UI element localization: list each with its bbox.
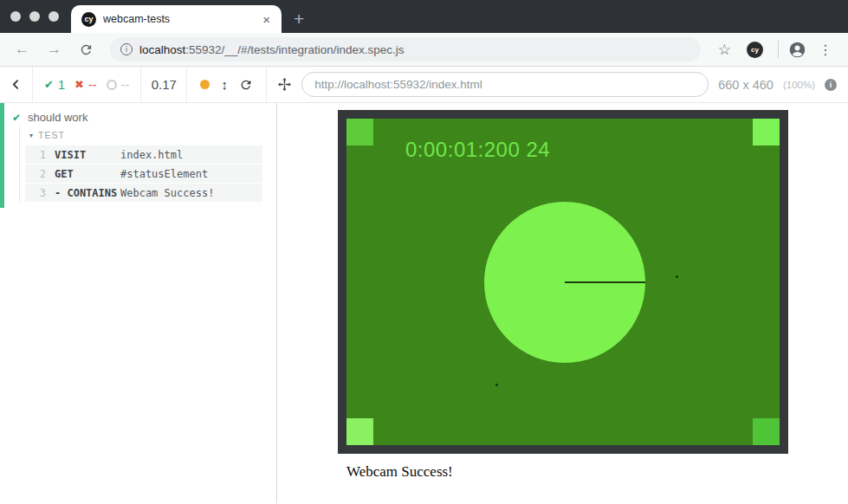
app-url-section: 660 x 460 (100%) i <box>267 67 848 102</box>
window-minimize-dot[interactable] <box>29 11 40 22</box>
pending-circle-icon <box>107 80 117 90</box>
webcam-video-frame: 0:00:01:200 24 <box>338 110 788 454</box>
test-passed-check-icon: ✔ <box>12 112 21 124</box>
viewport-info-icon[interactable]: i <box>825 79 837 91</box>
page-url[interactable]: localhost:55932/__/#/tests/integration/i… <box>139 43 404 56</box>
runner-controls: ↕ <box>187 67 267 102</box>
corner-marker-top-right <box>753 119 780 145</box>
command-number: 3 <box>25 187 46 199</box>
window-close-dot[interactable] <box>10 11 21 22</box>
profile-avatar-icon[interactable] <box>788 41 806 59</box>
noise-speck <box>676 275 678 278</box>
test-title-row[interactable]: ✔ should work <box>4 107 276 126</box>
app-stage: 0:00:01:200 24 Webcam Success! <box>277 103 848 503</box>
pending-count: -- <box>121 78 130 92</box>
window-controls[interactable] <box>0 0 71 33</box>
corner-marker-top-left <box>346 119 373 145</box>
window-zoom-dot[interactable] <box>49 11 59 22</box>
failed-stat[interactable]: ✖ -- <box>74 78 97 92</box>
webcam-feed: 0:00:01:200 24 <box>346 119 780 445</box>
command-number: 2 <box>25 168 46 180</box>
command-number: 1 <box>25 149 46 161</box>
test-section-header[interactable]: ▾ TEST <box>20 126 276 145</box>
bookmark-star-icon[interactable]: ☆ <box>713 41 736 59</box>
clock-hand-line <box>565 281 645 283</box>
toolbar-divider <box>778 41 779 58</box>
rerun-tests-icon[interactable] <box>239 78 253 92</box>
command-log-sidebar: ✔ should work ▾ TEST 1 VISIT index.html … <box>0 103 277 503</box>
test-title: should work <box>28 111 87 124</box>
browser-tab-bar: cy webcam-tests × + <box>0 0 848 33</box>
scroll-toggle-icon[interactable]: ↕ <box>221 77 228 92</box>
browser-tab[interactable]: cy webcam-tests × <box>71 5 282 33</box>
cypress-favicon-icon: cy <box>81 12 96 27</box>
failed-x-icon: ✖ <box>74 78 84 91</box>
timecode-overlay: 0:00:01:200 24 <box>405 138 550 162</box>
cypress-toolbar: ✔ 1 ✖ -- -- 0.17 ↕ 660 x 460 (100 <box>0 67 848 103</box>
command-row[interactable]: 3 - CONTAINS Webcam Success! <box>25 184 262 202</box>
noise-speck <box>495 384 498 386</box>
url-host: localhost <box>139 43 185 56</box>
tab-title: webcam-tests <box>103 13 253 25</box>
passed-check-icon: ✔ <box>44 78 54 91</box>
command-arg: index.html <box>120 149 183 161</box>
collapse-caret-icon: ▾ <box>29 132 33 139</box>
cypress-extension-icon[interactable]: cy <box>747 42 763 58</box>
spec-back-button[interactable] <box>0 67 33 102</box>
command-arg: #statusElement <box>120 168 208 180</box>
command-name: - CONTAINS <box>55 187 120 199</box>
command-arg: Webcam Success! <box>120 187 214 199</box>
test-block[interactable]: ✔ should work ▾ TEST 1 VISIT index.html … <box>0 103 276 208</box>
browser-nav-bar: ← → i localhost:55932/__/#/tests/integra… <box>0 33 848 67</box>
reload-icon[interactable] <box>73 42 100 57</box>
app-url-input[interactable] <box>301 72 709 97</box>
test-body: ▾ TEST 1 VISIT index.html 2 GET #statusE… <box>19 126 276 202</box>
corner-marker-bottom-right <box>753 418 780 445</box>
url-path: :55932/__/#/tests/integration/index.spec… <box>185 43 404 56</box>
command-name: VISIT <box>55 149 120 161</box>
runner-content: ✔ should work ▾ TEST 1 VISIT index.html … <box>0 103 848 503</box>
selector-playground-icon[interactable] <box>277 77 292 92</box>
failed-count: -- <box>88 78 97 92</box>
test-section-label: TEST <box>38 130 65 140</box>
passed-count: 1 <box>58 78 65 92</box>
command-row[interactable]: 2 GET #statusElement <box>25 165 262 183</box>
tab-close-icon[interactable]: × <box>260 12 273 27</box>
auto-scroll-dot-icon[interactable] <box>200 80 210 89</box>
status-element-text: Webcam Success! <box>346 463 453 481</box>
new-tab-button[interactable]: + <box>294 9 304 29</box>
viewport-scale: (100%) <box>783 80 815 90</box>
viewport-size: 660 x 460 <box>718 78 774 92</box>
corner-marker-bottom-left <box>346 418 373 445</box>
command-row[interactable]: 1 VISIT index.html <box>25 145 262 164</box>
command-list: 1 VISIT index.html 2 GET #statusElement … <box>25 145 276 202</box>
test-duration: 0.17 <box>141 67 187 102</box>
command-name: GET <box>55 168 120 180</box>
address-bar[interactable]: i localhost:55932/__/#/tests/integration… <box>110 37 701 61</box>
page-info-icon[interactable]: i <box>120 43 133 55</box>
pending-stat[interactable]: -- <box>107 78 130 92</box>
passed-stat[interactable]: ✔ 1 <box>44 78 65 92</box>
forward-icon[interactable]: → <box>41 41 68 58</box>
test-stats: ✔ 1 ✖ -- -- <box>33 67 141 102</box>
back-icon[interactable]: ← <box>9 41 36 58</box>
browser-menu-icon[interactable]: ⋮ <box>812 42 839 58</box>
